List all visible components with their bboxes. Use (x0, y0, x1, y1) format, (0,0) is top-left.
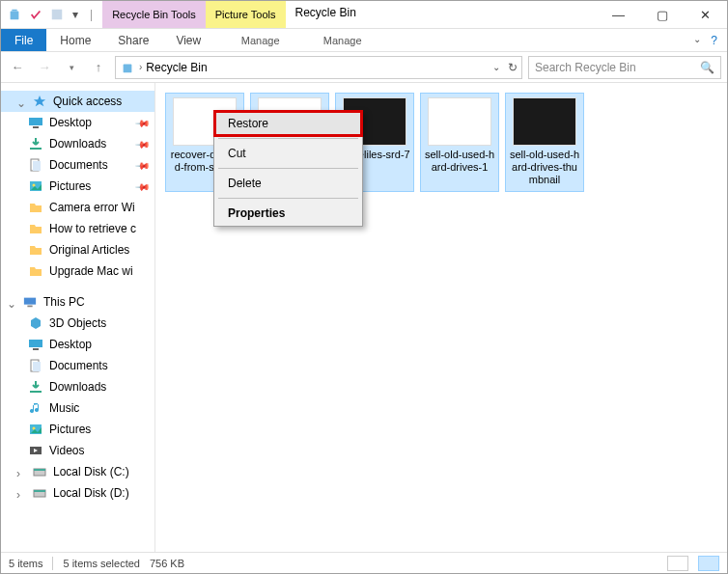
svg-rect-3 (124, 64, 132, 72)
icons-view-button[interactable] (698, 556, 719, 571)
sidebar-item-label: 3D Objects (49, 316, 106, 330)
file-name-label: sell-old-used-hard-drives-thumbnail (508, 149, 581, 187)
back-button[interactable]: ← (7, 57, 28, 78)
this-pc-icon (22, 294, 38, 310)
nav-this-pc[interactable]: ⌄ This PC (1, 291, 154, 313)
folder-icon (28, 263, 43, 279)
sidebar-item-how-to-retrieve-c[interactable]: How to retrieve c (1, 218, 154, 239)
music-icon (28, 400, 43, 416)
minimize-button[interactable]: — (597, 1, 640, 28)
sidebar-item-3d-objects[interactable]: 3D Objects (1, 313, 154, 334)
sidebar-item-camera-error-wi[interactable]: Camera error Wi (1, 197, 154, 218)
svg-rect-15 (33, 348, 39, 350)
sidebar-item-label: Local Disk (C:) (53, 465, 129, 478)
window-title: Recycle Bin (286, 1, 597, 28)
folder-icon (28, 221, 43, 236)
maximize-button[interactable]: ▢ (640, 1, 684, 28)
breadcrumb-chevron-icon[interactable]: › (139, 62, 142, 72)
ribbon-view[interactable]: View (162, 30, 214, 51)
sidebar-item-desktop[interactable]: Desktop📌 (1, 112, 154, 133)
svg-rect-9 (33, 161, 41, 171)
sidebar-item-label: Pictures (49, 423, 91, 436)
details-view-button[interactable] (667, 556, 688, 571)
context-properties[interactable]: Properties (214, 201, 362, 226)
ribbon-manage-recycle[interactable]: Manage (214, 31, 306, 50)
sidebar-item-original-articles[interactable]: Original Articles (1, 239, 154, 260)
pictures-icon (28, 178, 43, 194)
up-button[interactable]: ↑ (88, 57, 109, 78)
address-bar[interactable]: › Recycle Bin ⌄ ↻ (115, 56, 522, 79)
file-thumbnail (513, 97, 576, 146)
sidebar-item-label: Desktop (49, 116, 92, 129)
context-delete[interactable]: Delete (214, 171, 362, 196)
address-dropdown-icon[interactable]: ⌄ (492, 62, 500, 72)
sidebar-item-desktop[interactable]: Desktop (1, 334, 154, 355)
breadcrumb[interactable]: Recycle Bin (146, 61, 207, 74)
navigation-pane[interactable]: ⌄ Quick access Desktop📌Downloads📌Documen… (1, 83, 155, 552)
pin-icon: 📌 (135, 136, 151, 151)
ribbon-file[interactable]: File (1, 29, 46, 51)
status-bar: 5 items 5 items selected 756 KB (1, 552, 727, 573)
tooltab-recyclebin[interactable]: Recycle Bin Tools (102, 1, 206, 28)
status-selected: 5 items selected (63, 558, 139, 569)
ribbon-share[interactable]: Share (104, 30, 162, 51)
sidebar-item-videos[interactable]: Videos (1, 440, 154, 461)
properties-icon[interactable] (28, 7, 43, 22)
ribbon-expand-icon[interactable]: ⌄ (693, 34, 701, 47)
help-icon[interactable]: ? (711, 34, 717, 47)
svg-rect-17 (33, 362, 41, 371)
refresh-icon[interactable]: ↻ (508, 61, 518, 74)
disk-icon (32, 464, 47, 479)
sidebar-item-label: Original Articles (49, 243, 129, 257)
svg-rect-6 (33, 126, 39, 128)
svg-rect-1 (12, 10, 16, 12)
forward-button[interactable]: → (34, 57, 55, 78)
svg-rect-2 (52, 10, 63, 20)
sidebar-item-music[interactable]: Music (1, 397, 154, 419)
chevron-down-icon[interactable]: ⌄ (7, 297, 16, 307)
sidebar-item-documents[interactable]: Documents (1, 355, 154, 376)
file-name-label: sell-old-used-hard-drives-1 (423, 149, 496, 174)
nav-label: This PC (43, 295, 85, 309)
videos-icon (28, 443, 43, 458)
sidebar-item-pictures[interactable]: Pictures (1, 419, 154, 440)
sidebar-item-pictures[interactable]: Pictures📌 (1, 176, 154, 197)
qat-dropdown-icon[interactable]: ▾ (70, 10, 80, 19)
sidebar-item-documents[interactable]: Documents📌 (1, 154, 154, 176)
desktop-icon (28, 337, 43, 352)
tooltab-picture[interactable]: Picture Tools (206, 1, 286, 28)
search-icon[interactable]: 🔍 (700, 61, 714, 74)
chevron-right-icon[interactable]: › (16, 488, 26, 498)
context-cut[interactable]: Cut (214, 141, 362, 166)
3d-icon (28, 315, 43, 331)
qat-item-icon[interactable] (49, 7, 65, 22)
sidebar-item-local-disk-c-[interactable]: ›Local Disk (C:) (1, 461, 154, 482)
file-item[interactable]: sell-old-used-hard-drives-1 (420, 93, 499, 192)
recent-locations-icon[interactable]: ▾ (61, 57, 82, 78)
svg-rect-13 (27, 306, 32, 308)
svg-marker-4 (34, 96, 45, 106)
file-item[interactable]: sell-old-used-hard-drives-thumbnail (505, 93, 584, 192)
chevron-right-icon[interactable]: › (16, 467, 26, 477)
sidebar-item-label: Pictures (49, 179, 91, 193)
nav-quick-access[interactable]: ⌄ Quick access (1, 91, 154, 112)
sidebar-item-downloads[interactable]: Downloads📌 (1, 133, 154, 154)
sidebar-item-downloads[interactable]: Downloads (1, 376, 154, 397)
sidebar-item-label: Music (49, 401, 79, 415)
close-button[interactable]: ✕ (684, 1, 727, 28)
title-separator: | (86, 8, 97, 21)
ribbon-home[interactable]: Home (46, 30, 104, 51)
menu-separator (218, 168, 358, 169)
status-size: 756 KB (150, 558, 184, 569)
sidebar-item-local-disk-d-[interactable]: ›Local Disk (D:) (1, 482, 154, 504)
svg-rect-24 (34, 469, 45, 471)
disk-icon (32, 485, 47, 501)
ribbon-manage-picture[interactable]: Manage (306, 31, 378, 50)
svg-rect-18 (30, 391, 42, 393)
chevron-down-icon[interactable]: ⌄ (16, 96, 26, 106)
search-input[interactable]: Search Recycle Bin 🔍 (528, 56, 721, 79)
pin-icon: 📌 (135, 178, 151, 194)
context-restore[interactable]: Restore (214, 111, 362, 136)
sidebar-item-upgrade-mac-wi[interactable]: Upgrade Mac wi (1, 260, 154, 282)
file-thumbnail (428, 97, 491, 146)
